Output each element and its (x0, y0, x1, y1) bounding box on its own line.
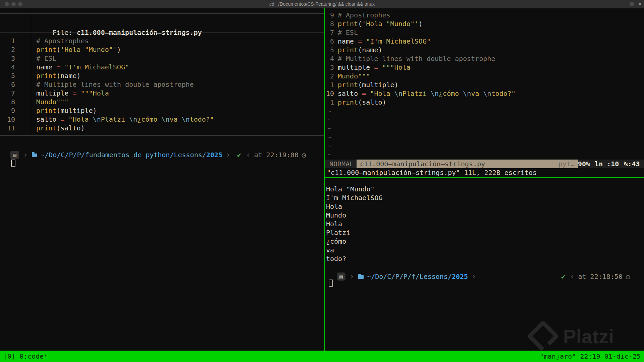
platzi-logo-icon (528, 321, 558, 351)
platzi-watermark: Platzi (528, 320, 644, 352)
code-line: 10salto = "Hola \nPlatzi \n¿cómo \nva \n… (0, 115, 214, 124)
prompt-path-year: 2025 (452, 273, 468, 281)
folder-icon (32, 154, 37, 157)
code-line: 3multiple = """Hola (326, 63, 516, 72)
bat-header-rule (0, 33, 324, 33)
prompt-path: ~/Do/C/P/P/fundamentos de python/Lessons… (41, 151, 206, 159)
code-line: 1print(multiple) (326, 80, 516, 89)
window-titlebar: cd ~/Documentos/CS-Featuring/ && clear &… (0, 0, 644, 8)
line-number: 6 (326, 37, 334, 46)
line-number: 3 (326, 63, 334, 72)
code-line: 8print('Hola "Mundo"') (326, 19, 516, 28)
vim-tilde: ~ (327, 124, 331, 133)
vim-tilde: ~ (327, 107, 331, 115)
line-number: 11 (0, 124, 15, 132)
tmux-host-clock: "manjaro" 22:19 01-dic-25 (540, 352, 641, 360)
code-line: 5print(name) (0, 71, 214, 80)
output-line: va (326, 246, 383, 254)
vim-message-line: "c11.000—manipulación—strings.py" 11L, 2… (327, 168, 537, 177)
code-line: 10salto = "Hola \nPlatzi \n¿cómo \nva \n… (326, 89, 516, 98)
tmux-pane-divider-vertical[interactable] (324, 8, 325, 351)
line-number: 9 (326, 11, 334, 19)
bat-top-rule (0, 13, 324, 14)
line-number: 5 (0, 71, 15, 80)
line-number: 3 (0, 54, 15, 63)
clock-icon: ◷ (626, 273, 630, 281)
line-number: 7 (0, 89, 15, 98)
line-number: 5 (326, 46, 334, 54)
code-line: 8Mundo""" (0, 98, 214, 106)
code-line: 7multiple = """Hola (0, 89, 214, 98)
window-title: cd ~/Documentos/CS-Featuring/ && clear &… (0, 0, 644, 8)
vim-statusline-file-segment: c11.000—manipulación—strings.py pyt… (357, 160, 578, 168)
vim-filler-tildes: ~~~~~~ (327, 107, 331, 159)
output-line: Hola "Mundo" (326, 185, 383, 193)
output-line: ¿cómo (326, 237, 383, 246)
line-number: 6 (0, 80, 15, 89)
code-line: 2Mundo""" (326, 72, 516, 80)
tmux-pane-divider-horizontal[interactable] (325, 177, 644, 178)
output-line: Hola (326, 202, 383, 211)
shell-prompt-left[interactable]: ▤ › ~/Do/C/P/P/fundamentos de python/Les… (7, 150, 306, 159)
shell-prompt-right[interactable]: ▤ › ~/Do/C/P/P/f/Lessons/2025 › ✔ ‹ at 2… (337, 272, 630, 281)
prompt-path: ~/Do/C/P/P/f/Lessons/ (367, 273, 452, 281)
vim-column-indicator: %:43 (624, 160, 640, 168)
output-line: Mundo (326, 211, 383, 220)
code-line: 5print(name) (326, 46, 516, 54)
vim-tilde: ~ (327, 133, 331, 141)
bat-bottom-rule (0, 135, 324, 136)
vim-statusline-stats: 90% ln :10 %:43 (578, 160, 644, 168)
code-line: 11print(salto) (0, 124, 214, 132)
prompt-time: at 22:18:50 (578, 273, 623, 281)
clock-icon: ◷ (302, 151, 306, 159)
folder-icon (358, 275, 364, 279)
vim-tilde: ~ (327, 141, 331, 150)
platzi-watermark-text: Platzi (563, 325, 614, 348)
line-number: 1 (326, 80, 334, 89)
check-icon: ✔ (237, 151, 241, 159)
line-number: 7 (326, 28, 334, 37)
vim-filetype: pyt… (558, 160, 575, 168)
check-icon: ✔ (561, 273, 565, 281)
line-number: 2 (0, 45, 15, 54)
line-number: 10 (326, 89, 338, 98)
code-line: 6# Multiple lines with double apostrophe (0, 80, 214, 89)
chevron-right-icon: › (350, 272, 354, 281)
line-number: 8 (0, 98, 15, 106)
output-line: Platzi (326, 228, 383, 237)
vim-tilde: ~ (327, 150, 331, 159)
titlebar-corner-dot-icon (639, 3, 641, 5)
line-number: 4 (0, 63, 15, 71)
line-number: 1 (326, 98, 334, 107)
code-line: 4# Multiple lines with double apostrophe (326, 54, 516, 63)
vim-scroll-percent: 90% (578, 160, 590, 168)
bat-file-header: File:c11.000—manipulación—strings.py (36, 19, 202, 28)
tmux-window-list[interactable]: [0] 0:code* (3, 352, 48, 360)
terminal-cursor (329, 280, 333, 287)
code-line: 1print(salto) (326, 98, 516, 107)
code-line: 7# ESL (326, 28, 516, 37)
chevron-left-icon: ‹ (570, 272, 575, 281)
line-number: 2 (326, 72, 334, 80)
terminal-cursor (11, 160, 15, 167)
line-number: 9 (0, 106, 15, 115)
terminal-icon: ▤ (337, 273, 345, 281)
output-line: Hola (326, 220, 383, 228)
code-line: 4name = "I'm MichaelSOG" (0, 63, 214, 71)
vim-mode-indicator: NORMAL (325, 160, 354, 168)
prompt-right-segment: ✔ ‹ at 22:18:50 ◷ (561, 272, 630, 281)
code-line: 1# Apostrophes (0, 37, 214, 45)
prompt-path-year: 2025 (206, 151, 222, 159)
titlebar-right-icon[interactable] (630, 2, 634, 6)
vim-line-indicator: ln :10 (595, 160, 619, 168)
line-number: 1 (0, 37, 15, 45)
chevron-right-icon: › (471, 272, 476, 281)
code-line: 2print('Hola "Mundo"') (0, 45, 214, 54)
chevron-left-icon: ‹ (246, 150, 251, 160)
script-output: Hola "Mundo"I'm MichaelSOGHolaMundoHolaP… (326, 185, 383, 263)
prompt-time: at 22:19:00 (254, 151, 299, 159)
chevron-right-icon: › (226, 150, 230, 160)
chevron-right-icon: › (23, 150, 28, 160)
line-number: 4 (326, 54, 334, 63)
vim-code-block: 9# Apostrophes8print('Hola "Mundo"')7# E… (326, 11, 516, 107)
